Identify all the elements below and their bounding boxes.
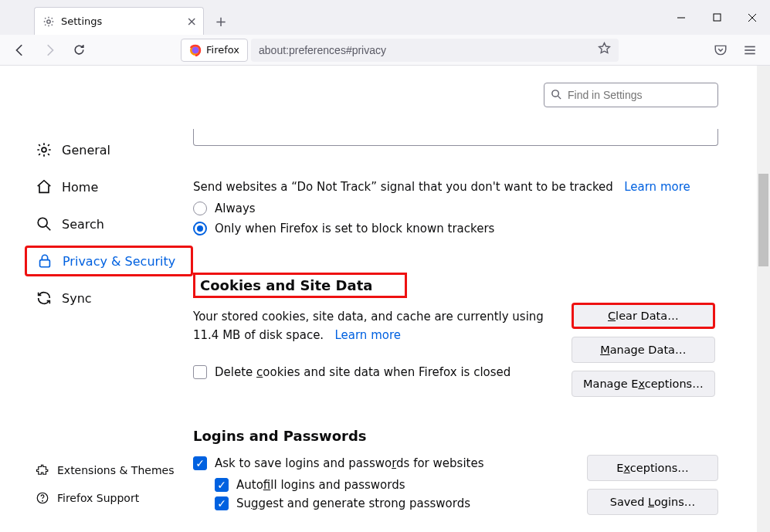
app-menu-button[interactable] [738,38,762,63]
back-button[interactable] [8,38,32,63]
svg-point-12 [42,147,46,152]
maximize-button[interactable] [699,0,734,35]
cookies-usage-text: Your stored cookies, site data, and cach… [193,307,556,389]
help-icon [36,491,49,505]
bookmark-star-icon[interactable] [598,42,611,58]
radio-label: Only when Firefox is set to block known … [215,222,494,236]
suggest-passwords-checkbox[interactable]: Suggest and generate strong passwords [215,496,572,510]
svg-point-10 [552,90,558,97]
sidebar-item-home[interactable]: Home [32,171,193,202]
checkbox-icon [193,456,207,470]
identity-label: Firefox [206,44,239,56]
category-sidebar: General Home Search Privacy & Security S… [0,66,193,532]
sidebar-item-label: Extensions & Themes [57,464,174,476]
find-in-settings [544,83,718,107]
sidebar-item-search[interactable]: Search [32,208,193,239]
sidebar-item-label: General [62,143,110,158]
urlbar-container: Firefox [181,39,619,62]
sidebar-item-extensions[interactable]: Extensions & Themes [32,458,193,483]
scrollbar-thumb[interactable] [758,174,768,266]
cookies-learn-more-link[interactable]: Learn more [334,328,401,342]
sidebar-item-label: Sync [62,291,92,306]
close-window-button[interactable] [734,0,770,35]
close-tab-icon[interactable]: × [187,14,197,29]
sidebar-item-sync[interactable]: Sync [32,283,193,313]
gear-icon [36,141,53,158]
window-controls [663,0,770,35]
dnt-known-trackers-radio[interactable]: Only when Firefox is set to block known … [193,222,718,236]
svg-rect-2 [714,14,721,21]
sidebar-item-label: Privacy & Security [63,254,175,269]
truncated-section-above [193,129,718,146]
saved-logins-button[interactable]: Saved Logins… [587,489,718,515]
firefox-logo-icon [189,44,202,56]
checkbox-label: Suggest and generate strong passwords [236,496,470,510]
minimize-button[interactable] [663,0,699,35]
search-icon [551,89,562,103]
dnt-description: Send websites a “Do Not Track” signal th… [193,180,718,194]
checkbox-label: Autofill logins and passwords [236,478,405,492]
sidebar-item-general[interactable]: General [32,134,193,165]
dnt-learn-more-link[interactable]: Learn more [624,180,690,194]
radio-icon [193,222,207,236]
browser-tab[interactable]: Settings × [34,7,204,35]
checkbox-icon [215,478,229,492]
dnt-always-radio[interactable]: Always [193,202,718,215]
svg-point-0 [47,19,50,22]
checkbox-icon [193,365,207,379]
delete-on-close-checkbox[interactable]: Delete cookies and site data when Firefo… [193,363,556,381]
puzzle-icon [36,463,49,477]
logins-exceptions-button[interactable]: Exceptions… [587,455,718,481]
home-icon [36,178,53,195]
sidebar-item-support[interactable]: Firefox Support [32,486,193,510]
checkbox-icon [215,496,229,510]
new-tab-button[interactable]: + [210,10,232,32]
url-input[interactable] [251,39,619,62]
checkbox-label: Delete cookies and site data when Firefo… [215,363,511,381]
manage-data-button[interactable]: Manage Data… [572,337,715,363]
radio-label: Always [215,202,256,215]
radio-icon [193,202,207,215]
ask-save-logins-checkbox[interactable]: Ask to save logins and passwords for web… [193,456,572,470]
pocket-button[interactable] [708,38,733,63]
svg-point-17 [42,500,43,501]
sidebar-item-label: Search [62,217,104,232]
svg-point-13 [38,218,47,227]
sidebar-item-label: Firefox Support [57,492,139,504]
clear-data-button[interactable]: Clear Data… [572,303,715,329]
svg-line-14 [46,226,51,231]
sync-icon [36,290,53,307]
vertical-scrollbar[interactable] [757,66,770,532]
navbar: Firefox [0,35,770,66]
autofill-checkbox[interactable]: Autofill logins and passwords [215,478,572,492]
forward-button[interactable] [37,38,62,63]
find-input[interactable] [544,83,718,107]
sidebar-item-privacy[interactable]: Privacy & Security [25,246,193,276]
tab-title: Settings [61,15,102,27]
sidebar-item-label: Home [62,180,98,195]
lock-icon [36,252,53,269]
search-icon [36,215,53,232]
svg-line-11 [558,96,561,99]
cookies-section-title: Cookies and Site Data [193,273,407,298]
svg-rect-15 [40,260,50,267]
identity-box[interactable]: Firefox [181,39,248,62]
titlebar: Settings × + [0,0,770,35]
settings-content: Send websites a “Do Not Track” signal th… [193,66,757,532]
logins-section-title: Logins and Passwords [193,428,367,444]
gear-icon [42,15,55,28]
manage-exceptions-button[interactable]: Manage Exceptions… [572,371,715,397]
reload-button[interactable] [66,38,91,63]
svg-point-6 [192,46,199,53]
checkbox-label: Ask to save logins and passwords for web… [215,456,483,470]
